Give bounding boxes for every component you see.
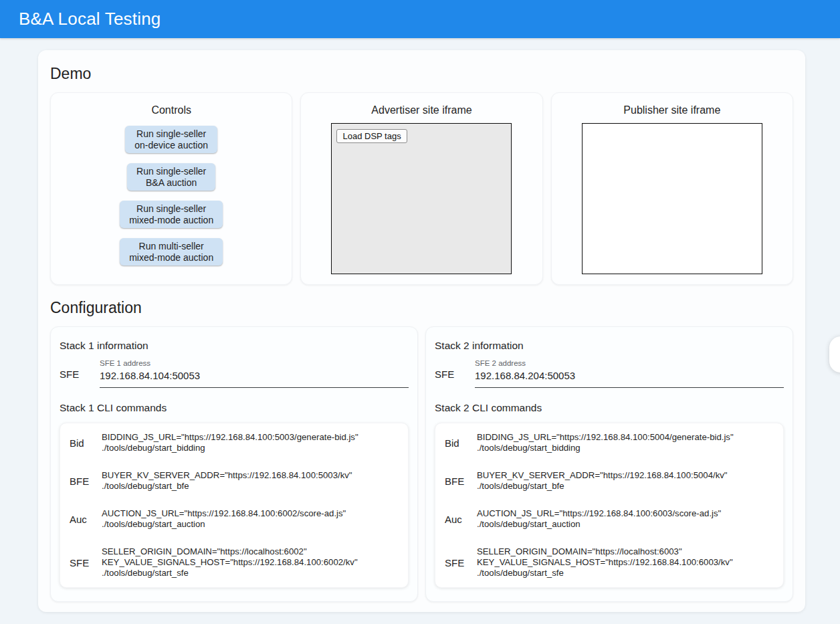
stack1-sfe-label: SFE: [60, 369, 100, 388]
sfe2-address-input[interactable]: [475, 367, 784, 381]
run-multi-seller-mixed-mode-auction-button[interactable]: Run multi-seller mixed-mode auction: [120, 238, 223, 266]
cli-command-line: KEY_VALUE_SIGNALS_HOST="https://192.168.…: [477, 557, 733, 568]
configuration-row: Stack 1 information SFE SFE 1 address St…: [50, 326, 793, 602]
cli-label-bfe: BFE: [445, 476, 467, 487]
run-single-seller-mixed-mode-auction-button[interactable]: Run single-seller mixed-mode auction: [120, 201, 223, 228]
stack2-card: Stack 2 information SFE SFE 2 address St…: [425, 326, 793, 602]
cli-row-bid: Bid BIDDING_JS_URL="https://192.168.84.1…: [445, 432, 774, 453]
publisher-card: Publisher site iframe: [551, 92, 793, 285]
cli-command-line: BIDDING_JS_URL="https://192.168.84.100:5…: [477, 432, 734, 443]
cli-label-sfe: SFE: [445, 557, 467, 568]
cli-command-line: ./tools/debug/start_bfe: [477, 481, 728, 492]
stack1-information-title: Stack 1 information: [60, 340, 409, 352]
button-label-line: Run single-seller: [129, 203, 213, 215]
stack1-card: Stack 1 information SFE SFE 1 address St…: [50, 326, 418, 602]
button-label-line: Run single-seller: [134, 128, 208, 140]
cli-command-line: ./tools/debug/start_auction: [477, 519, 721, 530]
cli-command-text: BIDDING_JS_URL="https://192.168.84.100:5…: [102, 432, 358, 453]
main-card: Demo Controls Run single-seller on-devic…: [38, 50, 805, 612]
stack1-cli-commands-title: Stack 1 CLI commands: [60, 402, 409, 414]
advertiser-title: Advertiser site iframe: [301, 104, 542, 116]
cli-row-sfe: SFE SELLER_ORIGIN_DOMAIN="https://localh…: [70, 546, 399, 579]
cli-command-line: AUCTION_JS_URL="https://192.168.84.100:6…: [477, 508, 721, 519]
stack2-cli-card: Bid BIDDING_JS_URL="https://192.168.84.1…: [435, 423, 784, 588]
cli-label-bid: Bid: [445, 437, 467, 449]
cli-command-line: BUYER_KV_SERVER_ADDR="https://192.168.84…: [477, 470, 728, 481]
right-edge-scroll-thumb[interactable]: [829, 336, 840, 373]
cli-label-sfe: SFE: [70, 557, 92, 568]
button-label-line: Run multi-seller: [129, 241, 213, 252]
stack2-sfe-address-field: SFE 2 address: [475, 359, 784, 388]
cli-command-text: SELLER_ORIGIN_DOMAIN="https://localhost:…: [477, 546, 733, 579]
cli-command-text: AUCTION_JS_URL="https://192.168.84.100:6…: [477, 508, 721, 530]
cli-label-auc: Auc: [70, 514, 92, 525]
button-label-line: B&A auction: [136, 177, 206, 189]
configuration-heading: Configuration: [50, 298, 793, 318]
cli-row-auc: Auc AUCTION_JS_URL="https://192.168.84.1…: [445, 508, 774, 530]
cli-command-line: KEY_VALUE_SIGNALS_HOST="https://192.168.…: [102, 557, 358, 568]
cli-command-text: BIDDING_JS_URL="https://192.168.84.100:5…: [477, 432, 734, 453]
publisher-iframe: [582, 123, 762, 274]
stack1-sfe-address-floating-label: SFE 1 address: [100, 359, 409, 367]
button-label-line: on-device auction: [134, 140, 208, 151]
advertiser-card: Advertiser site iframe Load DSP tags: [300, 92, 542, 285]
cli-command-text: BUYER_KV_SERVER_ADDR="https://192.168.84…: [102, 470, 352, 492]
cli-command-line: SELLER_ORIGIN_DOMAIN="https://localhost:…: [477, 546, 733, 557]
button-label-line: Run single-seller: [136, 166, 206, 177]
cli-label-bid: Bid: [70, 437, 92, 449]
cli-label-bfe: BFE: [70, 476, 92, 487]
stack1-cli-card: Bid BIDDING_JS_URL="https://192.168.84.1…: [60, 423, 409, 588]
stack2-sfe-row: SFE SFE 2 address: [435, 359, 784, 388]
stack2-sfe-label: SFE: [435, 369, 475, 388]
demo-heading: Demo: [50, 64, 793, 84]
cli-command-line: AUCTION_JS_URL="https://192.168.84.100:6…: [102, 508, 346, 519]
cli-row-sfe: SFE SELLER_ORIGIN_DOMAIN="https://localh…: [445, 546, 774, 579]
cli-command-text: SELLER_ORIGIN_DOMAIN="https://localhost:…: [102, 546, 358, 579]
cli-row-bid: Bid BIDDING_JS_URL="https://192.168.84.1…: [70, 432, 399, 453]
advertiser-iframe: Load DSP tags: [331, 123, 512, 274]
cli-command-line: SELLER_ORIGIN_DOMAIN="https://localhost:…: [102, 546, 358, 557]
cli-command-line: ./tools/debug/start_sfe: [102, 568, 358, 579]
controls-buttons: Run single-seller on-device auction Run …: [51, 126, 292, 266]
cli-command-line: ./tools/debug/start_bidding: [102, 443, 358, 453]
stack2-information-title: Stack 2 information: [435, 340, 784, 352]
cli-command-line: ./tools/debug/start_sfe: [477, 568, 733, 579]
sfe1-address-input[interactable]: [100, 367, 409, 381]
cli-command-line: BIDDING_JS_URL="https://192.168.84.100:5…: [102, 432, 358, 443]
cli-label-auc: Auc: [445, 514, 467, 525]
publisher-title: Publisher site iframe: [552, 104, 793, 116]
cli-command-line: ./tools/debug/start_auction: [102, 519, 346, 530]
cli-row-bfe: BFE BUYER_KV_SERVER_ADDR="https://192.16…: [445, 470, 774, 492]
run-single-seller-on-device-auction-button[interactable]: Run single-seller on-device auction: [125, 126, 217, 153]
controls-card: Controls Run single-seller on-device auc…: [50, 92, 292, 285]
cli-row-bfe: BFE BUYER_KV_SERVER_ADDR="https://192.16…: [70, 470, 399, 492]
controls-title: Controls: [51, 104, 292, 116]
stack1-sfe-address-field: SFE 1 address: [100, 359, 409, 388]
app-header: B&A Local Testing: [0, 0, 840, 38]
cli-command-line: BUYER_KV_SERVER_ADDR="https://192.168.84…: [102, 470, 352, 481]
cli-command-line: ./tools/debug/start_bidding: [477, 443, 734, 453]
button-label-line: mixed-mode auction: [129, 215, 213, 226]
cli-command-text: BUYER_KV_SERVER_ADDR="https://192.168.84…: [477, 470, 728, 492]
run-single-seller-ba-auction-button[interactable]: Run single-seller B&A auction: [127, 163, 215, 191]
page-title: B&A Local Testing: [19, 9, 161, 29]
stack2-sfe-address-floating-label: SFE 2 address: [475, 359, 784, 367]
demo-row: Controls Run single-seller on-device auc…: [50, 92, 793, 285]
cli-row-auc: Auc AUCTION_JS_URL="https://192.168.84.1…: [70, 508, 399, 530]
stack1-sfe-row: SFE SFE 1 address: [60, 359, 409, 388]
cli-command-text: AUCTION_JS_URL="https://192.168.84.100:6…: [102, 508, 346, 530]
button-label-line: mixed-mode auction: [129, 252, 213, 264]
load-dsp-tags-button[interactable]: Load DSP tags: [336, 129, 407, 143]
stack2-cli-commands-title: Stack 2 CLI commands: [435, 402, 784, 414]
cli-command-line: ./tools/debug/start_bfe: [102, 481, 352, 492]
